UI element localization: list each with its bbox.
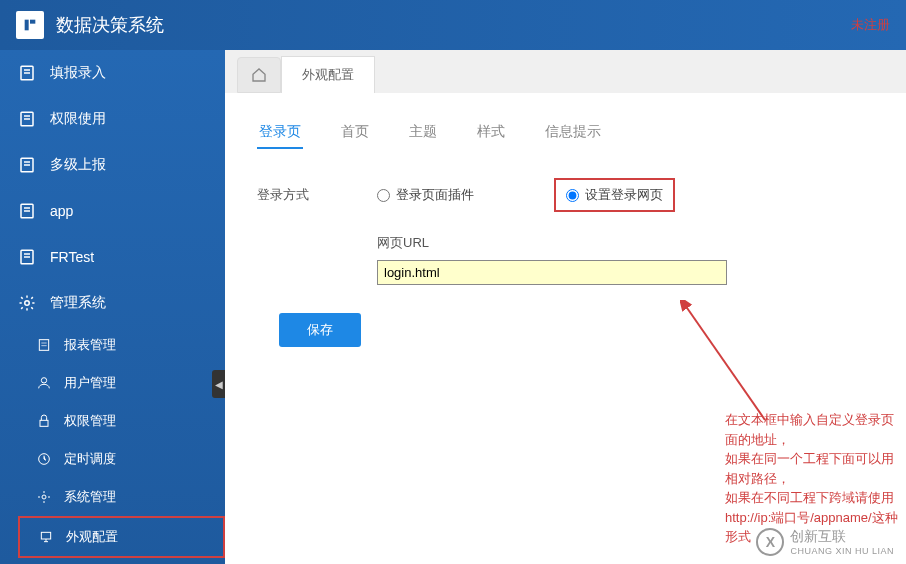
form-icon [18,248,36,266]
sidebar-item-label: 报表管理 [64,336,116,354]
annotation-line: 如果在同一个工程下面可以用相对路径， [725,449,906,488]
sidebar-sub-appearance[interactable]: 外观配置 [18,516,225,558]
form-icon [18,156,36,174]
watermark-logo-icon: X [756,528,784,556]
sidebar-item-label: 用户管理 [64,374,116,392]
gear-icon [18,294,36,312]
sidebar-item-label: 定时调度 [64,450,116,468]
sidebar-item-label: 外观配置 [66,528,118,546]
svg-rect-0 [25,20,29,31]
sidebar: 填报录入 权限使用 多级上报 app FRTest 管理系统 报表管理 [0,50,225,564]
svg-point-21 [41,378,46,383]
form-icon [18,110,36,128]
svg-point-17 [25,301,30,306]
tab-style[interactable]: 样式 [475,117,507,149]
annotation-line: 在文本框中输入自定义登录页面的地址， [725,410,906,449]
annotation-line: 如果在不同工程下跨域请使用 [725,488,906,508]
sidebar-sub-report[interactable]: 报表管理 [18,326,225,364]
url-input[interactable] [377,260,727,285]
sidebar-sub-registration[interactable]: 注册信息 [18,558,225,564]
tab-info[interactable]: 信息提示 [543,117,603,149]
user-icon [36,375,52,391]
tab-home[interactable]: 首页 [339,117,371,149]
watermark-main: 创新互联 [790,528,894,546]
radio-label: 登录页面插件 [396,186,474,204]
sidebar-item-app[interactable]: app [0,188,225,234]
breadcrumb-tab[interactable]: 外观配置 [281,56,375,93]
svg-rect-1 [30,20,35,24]
svg-rect-18 [39,340,48,351]
radio-login-url[interactable]: 设置登录网页 [554,178,675,212]
app-logo-icon [16,11,44,39]
sidebar-sub-permission[interactable]: 权限管理 [18,402,225,440]
sidebar-item-label: 权限管理 [64,412,116,430]
sidebar-item-label: app [50,203,73,219]
lock-icon [36,413,52,429]
save-button[interactable]: 保存 [279,313,361,347]
sidebar-item-fill[interactable]: 填报录入 [0,50,225,96]
sidebar-collapse-button[interactable]: ◀ [212,370,225,398]
watermark-sub: CHUANG XIN HU LIAN [790,546,894,556]
form-icon [18,64,36,82]
sidebar-sub-user[interactable]: 用户管理 [18,364,225,402]
radio-input-url[interactable] [566,189,579,202]
sidebar-sub-schedule[interactable]: 定时调度 [18,440,225,478]
sidebar-item-label: 多级上报 [50,156,106,174]
sidebar-item-label: 权限使用 [50,110,106,128]
registration-status: 未注册 [851,16,890,34]
report-icon [36,337,52,353]
radio-input-plugin[interactable] [377,189,390,202]
sidebar-item-label: FRTest [50,249,94,265]
form-icon [18,202,36,220]
breadcrumb: 外观配置 [225,50,906,93]
sidebar-item-permission[interactable]: 权限使用 [0,96,225,142]
main-content: 外观配置 登录页 首页 主题 样式 信息提示 登录方式 登录页面插件 [225,50,906,564]
radio-label: 设置登录网页 [585,186,663,204]
tab-bar: 登录页 首页 主题 样式 信息提示 [257,117,874,150]
svg-rect-22 [40,420,48,426]
app-title: 数据决策系统 [56,13,164,37]
sidebar-sub-system[interactable]: 系统管理 [18,478,225,516]
radio-login-plugin[interactable]: 登录页面插件 [377,178,474,212]
clock-icon [36,451,52,467]
sidebar-item-frtest[interactable]: FRTest [0,234,225,280]
home-icon [251,67,267,83]
sidebar-item-label: 填报录入 [50,64,106,82]
tab-theme[interactable]: 主题 [407,117,439,149]
tab-login[interactable]: 登录页 [257,117,303,149]
svg-rect-25 [41,532,50,539]
chevron-left-icon: ◀ [215,379,223,390]
sidebar-item-multilevel[interactable]: 多级上报 [0,142,225,188]
sidebar-item-label: 系统管理 [64,488,116,506]
sidebar-item-management[interactable]: 管理系统 [0,280,225,326]
login-method-label: 登录方式 [257,186,377,204]
url-label: 网页URL [377,234,874,252]
breadcrumb-home-button[interactable] [237,57,281,93]
watermark: X 创新互联 CHUANG XIN HU LIAN [756,528,894,556]
svg-point-24 [42,495,46,499]
appearance-icon [38,529,54,545]
annotation-text: 在文本框中输入自定义登录页面的地址， 如果在同一个工程下面可以用相对路径， 如果… [725,410,906,547]
header: 数据决策系统 未注册 [0,0,906,50]
sidebar-item-label: 管理系统 [50,294,106,312]
gear-icon [36,489,52,505]
